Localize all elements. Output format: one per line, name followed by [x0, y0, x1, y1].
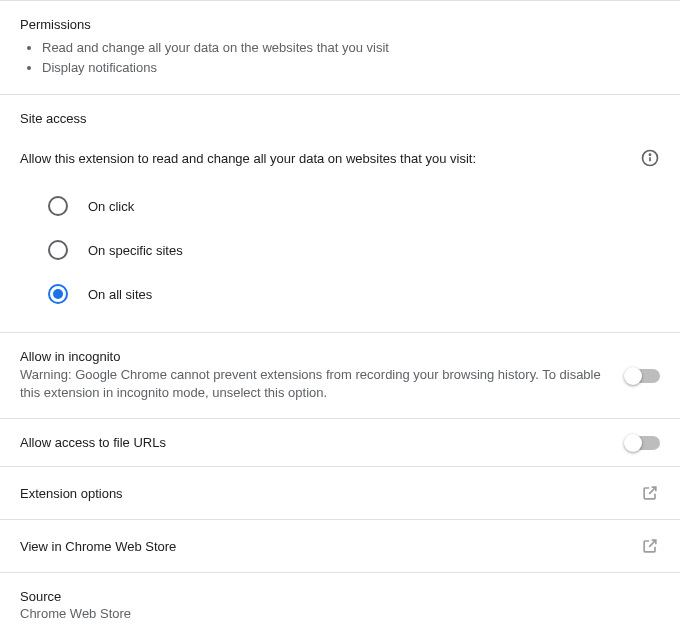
source-label: Source [20, 589, 660, 604]
radio-on-all-sites[interactable]: On all sites [48, 272, 660, 316]
file-urls-title: Allow access to file URLs [20, 435, 610, 450]
file-urls-content: Allow access to file URLs [20, 435, 626, 450]
permissions-list: Read and change all your data on the web… [20, 38, 660, 78]
allow-incognito-row: Allow in incognito Warning: Google Chrom… [0, 332, 680, 418]
svg-point-2 [649, 154, 650, 155]
file-urls-toggle[interactable] [626, 436, 660, 450]
source-section: Source Chrome Web Store [0, 572, 680, 636]
radio-icon [48, 284, 68, 304]
permission-item: Read and change all your data on the web… [42, 38, 660, 58]
incognito-title: Allow in incognito [20, 349, 610, 364]
radio-label: On click [88, 199, 134, 214]
extension-options-row[interactable]: Extension options [0, 466, 680, 519]
external-link-icon [640, 483, 660, 503]
incognito-content: Allow in incognito Warning: Google Chrom… [20, 349, 626, 402]
permission-item: Display notifications [42, 58, 660, 78]
site-access-desc-row: Allow this extension to read and change … [20, 148, 660, 168]
site-access-section: Site access Allow this extension to read… [0, 94, 680, 332]
web-store-label: View in Chrome Web Store [20, 539, 176, 554]
incognito-toggle[interactable] [626, 369, 660, 383]
site-access-description: Allow this extension to read and change … [20, 151, 476, 166]
incognito-warning: Warning: Google Chrome cannot prevent ex… [20, 366, 610, 402]
extension-options-label: Extension options [20, 486, 123, 501]
source-value: Chrome Web Store [20, 606, 660, 621]
info-icon[interactable] [640, 148, 660, 168]
external-link-icon [640, 536, 660, 556]
radio-on-specific-sites[interactable]: On specific sites [48, 228, 660, 272]
site-access-radio-group: On click On specific sites On all sites [20, 176, 660, 320]
permissions-section: Permissions Read and change all your dat… [0, 0, 680, 94]
radio-label: On specific sites [88, 243, 183, 258]
radio-on-click[interactable]: On click [48, 184, 660, 228]
view-web-store-row[interactable]: View in Chrome Web Store [0, 519, 680, 572]
radio-icon [48, 240, 68, 260]
site-access-title: Site access [20, 111, 660, 126]
allow-file-urls-row: Allow access to file URLs [0, 418, 680, 466]
permissions-title: Permissions [20, 17, 660, 32]
radio-label: On all sites [88, 287, 152, 302]
radio-icon [48, 196, 68, 216]
